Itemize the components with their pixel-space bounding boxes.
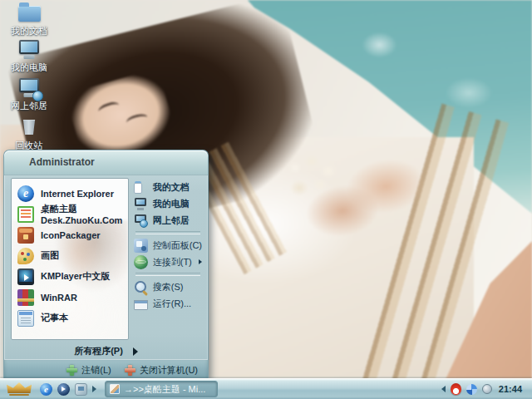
start-menu-user-banner: Administrator (4, 150, 208, 175)
quick-launch-show-desktop-icon[interactable] (75, 383, 87, 396)
menu-separator (135, 273, 200, 276)
my-documents-icon (134, 180, 148, 195)
quick-launch-media-player-icon[interactable] (57, 383, 70, 396)
tray-utility-icon[interactable] (482, 384, 492, 394)
menu-item-label: KMPlayer中文版 (41, 270, 110, 283)
taskbar: →>>桌酷主题 - Mi... 21:44 (0, 378, 532, 399)
all-programs-label: 所有程序(P) (74, 345, 123, 357)
network-places-icon (5, 76, 53, 99)
user-name: Administrator (29, 156, 95, 168)
log-off-icon (66, 365, 77, 376)
start-menu-footer: 注销(L) 关闭计算机(U) (4, 359, 208, 380)
internet-explorer-icon (17, 185, 34, 202)
menu-separator (135, 231, 200, 234)
winrar-icon (17, 289, 34, 306)
shut-down-button[interactable]: 关闭计算机(U) (125, 364, 198, 377)
my-documents-icon (5, 2, 53, 24)
taskbar-task-button[interactable]: →>>桌酷主题 - Mi... (105, 381, 218, 397)
tray-qq-icon[interactable] (451, 383, 461, 395)
desktop-icon-label: 我的电脑 (5, 62, 53, 72)
wallpaper-flowers (274, 148, 357, 214)
start-menu-item-kmplayer[interactable]: KMPlayer中文版 (12, 266, 128, 287)
menu-item-label: 运行(R)... (153, 298, 191, 310)
desktop-icon-network-places[interactable]: 网上邻居 (5, 76, 53, 111)
start-crown-icon (7, 382, 32, 393)
start-menu-body: Internet Explorer 桌酷主题Desk.ZhuoKu.Com Ic… (4, 176, 208, 342)
start-button[interactable] (0, 379, 38, 399)
menu-item-label: Internet Explorer (41, 189, 114, 199)
system-tray: 21:44 (438, 383, 532, 395)
paint-icon (17, 248, 34, 264)
submenu-arrow-icon (199, 259, 202, 264)
menu-item-label: 控制面板(C) (153, 239, 202, 252)
kmplayer-icon (17, 268, 34, 285)
start-menu-item-network-places[interactable]: 网上邻居 (134, 212, 202, 229)
iconpackager-icon (17, 227, 34, 244)
quick-launch-bar (38, 383, 101, 396)
desktop-icon-my-documents[interactable]: 我的文档 (5, 2, 53, 36)
desktop-screen: 我的文档 我的电脑 网上邻居 回收站 Administrator Interne… (0, 0, 532, 399)
start-menu-item-paint[interactable]: 画图 (12, 245, 128, 266)
tray-messenger-icon[interactable] (466, 384, 477, 395)
tray-collapse-chevron-icon[interactable] (441, 386, 446, 392)
notepad-icon (17, 310, 34, 327)
connect-to-icon (134, 255, 148, 269)
desktop-icon-label: 网上邻居 (5, 101, 53, 111)
task-button-label: →>>桌酷主题 - Mi... (124, 383, 205, 396)
start-menu-item-my-computer[interactable]: 我的电脑 (134, 195, 202, 212)
my-computer-icon (5, 38, 53, 61)
menu-item-label: 连接到(T) (153, 256, 192, 268)
all-programs-arrow-icon (133, 347, 138, 356)
start-menu-item-internet-explorer[interactable]: Internet Explorer (12, 183, 128, 204)
menu-item-label: 记事本 (41, 312, 68, 324)
log-off-label: 注销(L) (81, 364, 111, 377)
start-menu-item-iconpackager[interactable]: IconPackager (12, 224, 128, 245)
start-menu-item-connect-to[interactable]: 连接到(T) (134, 254, 202, 270)
start-menu-places-list: 我的文档 我的电脑 网上邻居 控制面板(C) 连接到(T) (132, 178, 204, 340)
start-menu-item-zhuoku-theme[interactable]: 桌酷主题Desk.ZhuoKu.Com (12, 204, 128, 224)
menu-item-label: 搜索(S) (153, 281, 184, 293)
zhuoku-theme-icon (17, 206, 34, 223)
network-places-icon (134, 214, 148, 228)
task-window-icon (110, 384, 120, 394)
taskbar-clock[interactable]: 21:44 (497, 384, 525, 394)
menu-item-label: WinRAR (41, 293, 77, 303)
shut-down-label: 关闭计算机(U) (140, 364, 198, 377)
start-menu-item-winrar[interactable]: WinRAR (12, 287, 128, 308)
menu-item-label: 我的文档 (153, 181, 190, 194)
quick-launch-overflow-chevron-icon[interactable] (92, 386, 96, 392)
start-menu-item-notepad[interactable]: 记事本 (12, 308, 128, 328)
control-panel-icon (134, 239, 148, 253)
search-icon (134, 280, 148, 294)
my-computer-icon (134, 197, 148, 211)
menu-item-label: 我的电脑 (153, 198, 190, 210)
shut-down-icon (125, 365, 135, 376)
quick-launch-ie-icon[interactable] (40, 383, 52, 396)
start-menu-item-control-panel[interactable]: 控制面板(C) (134, 237, 202, 254)
menu-item-label: IconPackager (41, 230, 101, 240)
menu-item-label: 网上邻居 (153, 214, 190, 227)
all-programs-button[interactable]: 所有程序(P) (4, 342, 208, 360)
run-icon (134, 297, 148, 311)
recycle-bin-icon (5, 116, 53, 139)
start-menu-item-run[interactable]: 运行(R)... (134, 295, 202, 312)
menu-item-label: 画图 (41, 249, 59, 262)
desktop-icon-label: 我的文档 (5, 26, 53, 36)
start-menu-item-my-documents[interactable]: 我的文档 (134, 179, 202, 195)
start-crown-base (9, 394, 29, 396)
log-off-button[interactable]: 注销(L) (66, 364, 111, 377)
start-menu: Administrator Internet Explorer 桌酷主题Desk… (3, 150, 209, 380)
start-menu-item-search[interactable]: 搜索(S) (134, 278, 202, 295)
start-menu-pinned-list: Internet Explorer 桌酷主题Desk.ZhuoKu.Com Ic… (11, 178, 129, 340)
desktop-icon-recycle-bin[interactable]: 回收站 (5, 116, 53, 150)
desktop-icon-my-computer[interactable]: 我的电脑 (5, 38, 53, 72)
menu-item-label: 桌酷主题Desk.ZhuoKu.Com (41, 203, 122, 225)
